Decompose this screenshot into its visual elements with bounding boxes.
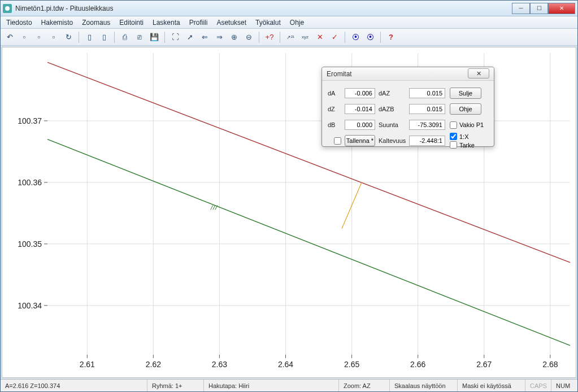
new-icon[interactable]: ▫: [18, 31, 31, 44]
arrow-cursor-icon[interactable]: ➚: [183, 31, 197, 44]
svg-text:100.37: 100.37: [18, 116, 42, 125]
help-icon[interactable]: ?: [384, 31, 398, 44]
app-icon: [3, 4, 12, 13]
svg-text:2.67: 2.67: [476, 360, 492, 369]
panel-titlebar[interactable]: Eromitat ✕: [322, 67, 494, 81]
eromitat-panel[interactable]: Eromitat ✕ dA -0.006 dAZ 0.015 Sulje dZ …: [321, 67, 494, 147]
label-dA: dA: [328, 90, 341, 97]
label-dZ: dZ: [328, 106, 341, 112]
menu-asetukset[interactable]: Asetukset: [212, 18, 251, 28]
status-ryhma: Ryhmä: 1+: [147, 380, 204, 391]
toolbar-sep: [79, 32, 79, 43]
field-suunta[interactable]: -75.3091: [409, 120, 445, 130]
blank-icon[interactable]: ▯: [82, 31, 96, 44]
menu-ohje[interactable]: Ohje: [285, 18, 308, 28]
tallenna-button[interactable]: Tallenna *: [345, 135, 375, 146]
status-maski: Maski ei käytössä: [458, 380, 525, 391]
field-dZ[interactable]: -0.014: [345, 104, 375, 114]
panel-body: dA -0.006 dAZ 0.015 Sulje dZ -0.014 dAZB…: [322, 81, 494, 153]
toolbar-sep: [345, 32, 345, 43]
field-dA[interactable]: -0.006: [345, 88, 375, 98]
window-title: Nimetön1.pi.tdw - Pituusleikkaus: [15, 5, 512, 12]
print-queue-icon[interactable]: ⎚: [133, 31, 146, 44]
open2-icon[interactable]: ▫: [47, 31, 60, 44]
label-dB: dB: [328, 121, 341, 128]
page-icon[interactable]: ↻: [62, 31, 75, 44]
toolbar: ↶ ▫ ▫ ▫ ↻ ▯ ▯ ⎙ ⎚ 💾 ⛶ ➚ ⇐ ⇒ ⊕ ⊖ +? ↗²¹ x…: [1, 29, 577, 46]
menu-tyokalut[interactable]: Työkalut: [251, 18, 285, 28]
expand-icon[interactable]: ⛶: [168, 31, 182, 44]
copy-icon[interactable]: ▯: [97, 31, 111, 44]
menu-hakemisto[interactable]: Hakemisto: [37, 18, 78, 28]
menu-profiili[interactable]: Profiili: [185, 18, 212, 28]
check-vakio[interactable]: Vakio P1: [450, 121, 485, 129]
status-zoom: Zoom: AZ: [339, 380, 390, 391]
maximize-button[interactable]: ☐: [530, 3, 548, 14]
left-arrow-icon[interactable]: ⇐: [198, 31, 211, 44]
svg-text:2.62: 2.62: [146, 360, 161, 369]
label-dAZ: dAZ: [379, 90, 406, 97]
check-xy-icon[interactable]: ✓: [328, 31, 341, 44]
window-button-group: ─ ☐ ✕: [512, 3, 575, 14]
svg-text:2.63: 2.63: [212, 360, 227, 369]
label-suunta: Suunta: [379, 121, 406, 128]
toolbar-sep: [280, 32, 280, 43]
canvas-area[interactable]: 2.612.622.632.642.652.662.672.68100.3410…: [2, 47, 576, 378]
toolbar-sep: [164, 32, 165, 43]
svg-text:100.34: 100.34: [18, 301, 42, 310]
toolbar-sep: [114, 32, 115, 43]
addpoint-icon[interactable]: +?: [263, 31, 276, 44]
zoom-out-icon[interactable]: ⊖: [242, 31, 255, 44]
right-arrow-icon[interactable]: ⇒: [212, 31, 226, 44]
status-coords: A=2.616 Z=100.374: [1, 380, 147, 391]
field-dB[interactable]: 0.000: [345, 120, 375, 130]
menu-editointi[interactable]: Editointi: [115, 18, 148, 28]
svg-text:2.64: 2.64: [278, 360, 293, 369]
menu-tiedosto[interactable]: Tiedosto: [2, 18, 37, 28]
ohje-button[interactable]: Ohje: [450, 103, 481, 115]
snap-icon[interactable]: ✕: [313, 31, 327, 44]
svg-text:100.35: 100.35: [18, 239, 42, 249]
svg-text:2.66: 2.66: [410, 360, 425, 369]
measure-xy-icon[interactable]: ↗²¹: [284, 31, 297, 44]
status-caps: CAPS: [525, 380, 551, 391]
svg-text:2.68: 2.68: [542, 360, 558, 369]
toolbar-sep: [259, 32, 259, 43]
ruler-icon[interactable]: xyz: [298, 31, 312, 44]
tallenna-check[interactable]: [334, 137, 341, 145]
save-icon[interactable]: 💾: [147, 31, 161, 44]
field-kaltevuus[interactable]: -2.448:1: [409, 136, 445, 146]
open-icon[interactable]: ▫: [32, 31, 46, 44]
print-icon[interactable]: ⎙: [118, 31, 132, 44]
svg-text:100.36: 100.36: [18, 178, 42, 187]
toolbar-sep: [380, 32, 381, 43]
menubar: Tiedosto Hakemisto Zoomaus Editointi Las…: [1, 16, 577, 29]
menu-zoomaus[interactable]: Zoomaus: [77, 18, 115, 28]
panel-close-button[interactable]: ✕: [468, 68, 489, 79]
svg-line-40: [213, 205, 215, 210]
check-tarke[interactable]: Tarke: [450, 141, 485, 149]
svg-point-1: [5, 6, 10, 11]
svg-text:2.61: 2.61: [80, 360, 95, 369]
sulje-button[interactable]: Sulje: [450, 88, 481, 99]
svg-text:2.65: 2.65: [344, 360, 359, 369]
titlebar[interactable]: Nimetön1.pi.tdw - Pituusleikkaus ─ ☐ ✕: [1, 1, 577, 16]
statusbar: A=2.616 Z=100.374 Ryhmä: 1+ Hakutapa: Hi…: [1, 379, 577, 391]
svg-line-39: [211, 205, 213, 210]
minimize-button[interactable]: ─: [512, 3, 530, 14]
label-kaltevuus: Kaltevuus: [379, 137, 406, 144]
play-back-icon[interactable]: ⦿: [349, 31, 362, 44]
status-num: NUM: [551, 380, 577, 391]
menu-laskenta[interactable]: Laskenta: [148, 18, 185, 28]
play-fwd-icon[interactable]: ⦿: [363, 31, 377, 44]
status-hakutapa: Hakutapa: Hiiri: [204, 380, 339, 391]
field-dAZ[interactable]: 0.015: [409, 88, 445, 98]
check-1x[interactable]: 1:X: [450, 133, 485, 140]
app-window: Nimetön1.pi.tdw - Pituusleikkaus ─ ☐ ✕ T…: [0, 0, 578, 392]
zoom-in-icon[interactable]: ⊕: [227, 31, 241, 44]
status-skaalaus: Skaalaus näyttöön: [390, 380, 458, 391]
panel-title-text: Eromitat: [327, 70, 352, 78]
undo-icon[interactable]: ↶: [3, 31, 16, 44]
field-dAZB[interactable]: 0.015: [409, 104, 445, 114]
close-button[interactable]: ✕: [548, 3, 575, 14]
